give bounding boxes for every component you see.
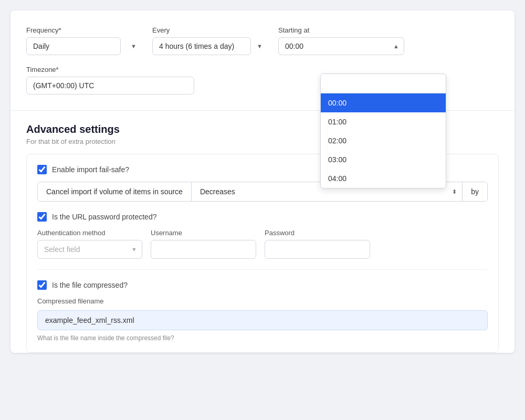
top-section: Frequency* Daily Hourly Weekly Monthly ▼… <box>10 10 514 111</box>
username-label: Username <box>151 229 256 237</box>
starting-at-label: Starting at <box>278 26 404 34</box>
starting-at-select-wrapper: 00:00 01:00 02:00 03:00 04:00 ▲ <box>278 37 404 55</box>
fail-safe-checkbox[interactable] <box>37 165 47 174</box>
frequency-group: Frequency* Daily Hourly Weekly Monthly ▼ <box>26 26 142 55</box>
dropdown-search-input[interactable] <box>321 74 446 93</box>
password-input[interactable] <box>265 240 370 259</box>
auth-section: Authentication method Select field Basic… <box>37 229 488 259</box>
auth-method-group: Authentication method Select field Basic… <box>37 229 142 259</box>
fail-safe-label: Enable import fail-safe? <box>52 165 129 174</box>
dropdown-item-0300[interactable]: 03:00 <box>321 150 446 169</box>
compressed-label: Is the file compressed? <box>52 281 128 289</box>
frequency-row: Frequency* Daily Hourly Weekly Monthly ▼… <box>26 26 499 55</box>
frequency-select-wrapper: Daily Hourly Weekly Monthly ▼ <box>26 37 142 55</box>
page-container: Frequency* Daily Hourly Weekly Monthly ▼… <box>10 10 514 353</box>
password-label: Password <box>265 229 370 237</box>
compressed-checkbox[interactable] <box>37 280 47 290</box>
fail-safe-condition-text: Cancel import if volume of items in sour… <box>38 182 192 201</box>
every-label: Every <box>152 26 268 34</box>
password-group: Password <box>265 229 370 259</box>
auth-row: Authentication method Select field Basic… <box>37 229 488 259</box>
frequency-label: Frequency* <box>26 26 142 34</box>
auth-method-select-wrapper: Select field Basic Auth Bearer Token API… <box>37 240 142 259</box>
username-input[interactable] <box>151 240 256 259</box>
url-protected-checkbox[interactable] <box>37 212 47 222</box>
fail-safe-by-label: by <box>463 182 487 201</box>
url-protected-label: Is the URL password protected? <box>52 213 156 221</box>
starting-at-select[interactable]: 00:00 01:00 02:00 03:00 04:00 <box>278 37 404 55</box>
frequency-chevron-icon: ▼ <box>131 43 136 49</box>
compressed-section: Is the file compressed? Compressed filen… <box>37 269 488 342</box>
every-chevron-icon: ▼ <box>257 43 262 49</box>
every-select-wrapper: 4 hours (6 times a day) 1 hour 2 hours 6… <box>152 37 268 55</box>
timezone-input[interactable] <box>26 77 194 94</box>
timezone-label: Timezone* <box>26 66 499 74</box>
every-select[interactable]: 4 hours (6 times a day) 1 hour 2 hours 6… <box>152 37 251 55</box>
dropdown-item-0200[interactable]: 02:00 <box>321 131 446 150</box>
compressed-filename-label: Compressed filename <box>37 297 488 305</box>
compressed-checkbox-row: Is the file compressed? <box>37 280 488 290</box>
starting-at-group: Starting at 00:00 01:00 02:00 03:00 04:0… <box>278 26 404 55</box>
url-protected-checkbox-row: Is the URL password protected? <box>37 212 488 222</box>
frequency-select[interactable]: Daily Hourly Weekly Monthly <box>26 37 121 55</box>
username-group: Username <box>151 229 256 259</box>
every-group: Every 4 hours (6 times a day) 1 hour 2 h… <box>152 26 268 55</box>
dropdown-item-0100[interactable]: 01:00 <box>321 112 446 131</box>
compressed-hint: What is the file name inside the compres… <box>37 334 488 342</box>
starting-at-dropdown: 00:00 01:00 02:00 03:00 04:00 <box>320 74 446 188</box>
dropdown-item-0400[interactable]: 04:00 <box>321 169 446 188</box>
compressed-filename-input[interactable] <box>37 310 488 330</box>
auth-method-select[interactable]: Select field Basic Auth Bearer Token API… <box>37 240 142 259</box>
auth-method-label: Authentication method <box>37 229 142 237</box>
dropdown-item-0000[interactable]: 00:00 <box>321 93 446 112</box>
